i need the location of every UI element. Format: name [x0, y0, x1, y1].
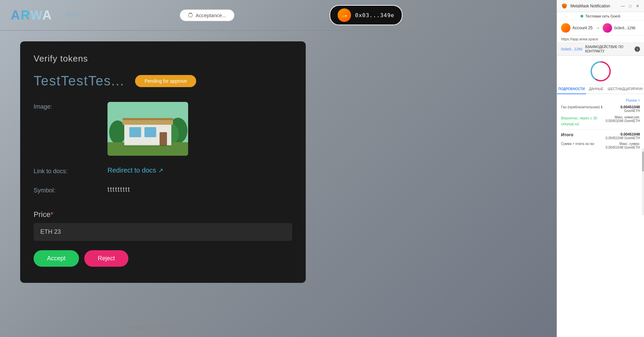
docs-row: Link to docs: Redirect to docs ↗: [34, 161, 292, 180]
mm-arrow-icon: →: [595, 25, 600, 31]
status-badge: Pending for approve: [135, 75, 196, 87]
mm-account-name: Account 25: [572, 26, 593, 30]
footer: Ethonline © 2023 aRwa: [0, 325, 306, 330]
mm-tab-data[interactable]: ДАННЫЕ: [586, 84, 606, 94]
header: ARWA Market Acceptance... 0x03...349e: [0, 0, 413, 30]
mm-maximize-button[interactable]: □: [628, 4, 633, 8]
mm-timing-text: Вероятно, через с 30 секунд(-ы): [561, 115, 598, 126]
mm-scrollbar-thumb[interactable]: [642, 151, 644, 172]
mm-tab-hex[interactable]: ШЕСТНАДЦАТИРИЧН: [606, 84, 644, 94]
verify-title: Verify tokens: [34, 53, 292, 64]
mm-pie-area: [557, 56, 644, 84]
mm-sum-row: Сумма + плата за газ Макс. сумма: 0.0045…: [561, 142, 640, 149]
mm-account-avatar: [561, 23, 570, 33]
mm-body: Рынок > Газ (приблизительная) ℹ 0.004510…: [557, 94, 644, 337]
svg-rect-10: [129, 127, 141, 137]
mm-scrollbar[interactable]: [642, 148, 644, 215]
svg-point-18: [563, 6, 565, 8]
mm-max-commission: Макс. комиссия: 0.00451048 GoerliETH: [606, 115, 640, 126]
image-value: [108, 102, 292, 156]
app-logo: ARWA: [11, 8, 52, 23]
accept-button[interactable]: Accept: [34, 250, 79, 267]
wallet-icon: [338, 8, 351, 22]
mm-gas-value: 0.00451048 GoerliETH: [620, 105, 640, 113]
verify-card: Verify tokens TestTestTes... Pending for…: [20, 41, 306, 283]
mm-network-name: Тестовая сеть Goerli: [585, 14, 620, 18]
mm-site-url: https://app.arwa.space: [557, 36, 644, 43]
acceptance-button[interactable]: Acceptance...: [180, 9, 234, 21]
mm-timing-row: Вероятно, через с 30 секунд(-ы) Макс. ко…: [561, 115, 640, 126]
mm-minimize-button[interactable]: —: [620, 4, 625, 8]
token-image: [108, 102, 188, 156]
svg-rect-1: [341, 13, 347, 15]
mm-network-bar: Тестовая сеть Goerli: [557, 12, 644, 21]
mm-tab-details[interactable]: ПОДРОБНОСТИ: [557, 84, 586, 94]
mm-gas-row: Газ (приблизительная) ℹ 0.00451048 Goerl…: [561, 105, 640, 113]
symbol-label: Symbol:: [34, 186, 108, 194]
metamask-logo-icon: [561, 3, 568, 9]
symbol-row: Symbol: ttttttttt: [34, 180, 292, 199]
mm-total-label: Итого: [561, 132, 573, 140]
mm-contract-action: ВЗАИМОДЕЙСТВИЕ ПО КОНТРАКТУ: [585, 45, 632, 53]
token-name: TestTestTes...: [34, 73, 124, 88]
mm-contract-row: 0x9e9...1296 ВЗАИМОДЕЙСТВИЕ ПО КОНТРАКТУ…: [557, 43, 644, 56]
mm-account-row: Account 25 → 0x9e9...1296: [557, 21, 644, 36]
wallet-button[interactable]: 0x03...349e: [330, 5, 402, 25]
external-link-icon: ↗: [158, 167, 163, 174]
mm-market-row: Рынок >: [561, 98, 640, 102]
mm-contract-address: 0x9e9...1296: [561, 47, 583, 51]
mm-gas-label: Газ (приблизительная) ℹ: [561, 105, 602, 109]
mm-tabs: ПОДРОБНОСТИ ДАННЫЕ ШЕСТНАДЦАТИРИЧН: [557, 84, 644, 94]
price-input[interactable]: [34, 223, 292, 241]
svg-point-2: [345, 15, 347, 16]
docs-label: Link to docs:: [34, 166, 108, 175]
metamask-panel: MetaMask Notification — □ ✕ Тестовая сет…: [557, 0, 644, 337]
token-header: TestTestTes... Pending for approve: [34, 73, 292, 88]
main-content: Verify tokens TestTestTes... Pending for…: [0, 31, 413, 294]
mm-close-button[interactable]: ✕: [635, 4, 640, 8]
price-section: Price*: [34, 210, 292, 241]
action-buttons: Accept Reject: [34, 250, 292, 267]
pie-chart: [591, 61, 611, 81]
symbol-value: ttttttttt: [108, 186, 292, 193]
house-svg: [108, 102, 188, 156]
mm-network-dot: [581, 15, 583, 17]
mm-divider: [561, 129, 640, 129]
mm-total-value: 0.00451048 0.00451048 GoerliETH: [606, 132, 640, 140]
image-label: Image:: [34, 102, 108, 110]
app-area: ARWA Market Acceptance... 0x03...349e: [0, 0, 413, 337]
mm-total-row: Итого 0.00451048 0.00451048 GoerliETH: [561, 132, 640, 140]
image-row: Image:: [34, 97, 292, 161]
mm-max-sum: Макс. сумма: 0.00451048 GoerliETH: [606, 142, 640, 149]
mm-target-address: 0x9e9...1296: [614, 26, 636, 30]
reject-button[interactable]: Reject: [84, 250, 128, 267]
mm-target-avatar: [603, 23, 612, 33]
mm-titlebar: MetaMask Notification — □ ✕: [557, 0, 644, 12]
wallet-address: 0x03...349e: [355, 12, 394, 18]
mm-title-text: MetaMask Notification: [570, 4, 618, 8]
svg-rect-12: [160, 132, 167, 146]
mm-market-link[interactable]: Рынок >: [626, 98, 640, 102]
docs-link[interactable]: Redirect to docs ↗: [108, 166, 292, 174]
loading-spinner: [188, 13, 193, 17]
svg-rect-11: [144, 127, 156, 137]
header-center: Acceptance...: [95, 9, 319, 21]
mm-sum-plus-fee-label: Сумма + плата за газ: [561, 142, 594, 149]
svg-rect-14: [124, 145, 171, 146]
nav-market[interactable]: Market: [63, 11, 85, 20]
docs-value: Redirect to docs ↗: [108, 166, 292, 174]
mm-info-button[interactable]: i: [635, 46, 640, 52]
price-label: Price*: [34, 210, 292, 219]
svg-rect-13: [123, 118, 173, 120]
